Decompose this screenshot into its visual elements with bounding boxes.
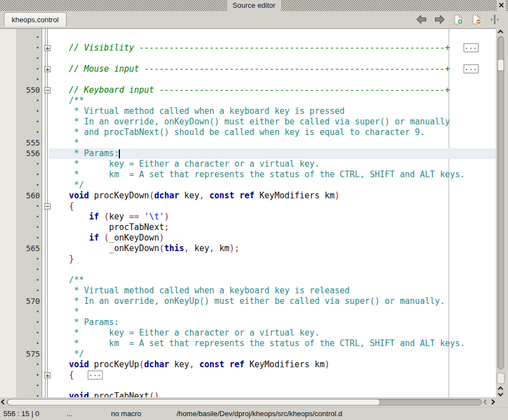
code-token: _onKeyDown bbox=[49, 243, 159, 253]
line-number[interactable]: · bbox=[0, 328, 40, 338]
code-line[interactable]: * key = Either a character or a virtual … bbox=[49, 328, 320, 338]
scroll-right-icon[interactable] bbox=[490, 399, 495, 405]
code-line[interactable]: // Keyboard input ----------------------… bbox=[49, 85, 450, 96]
line-number[interactable]: 556 bbox=[0, 148, 40, 159]
line-number[interactable]: · bbox=[0, 222, 40, 233]
code-line[interactable]: * km = A set that represents the status … bbox=[49, 169, 465, 180]
collapsed-fold-box[interactable]: ... bbox=[464, 64, 479, 73]
code-line[interactable]: { bbox=[49, 370, 74, 381]
code-line[interactable]: */ bbox=[49, 349, 84, 359]
code-line[interactable]: if (_onKeyDown) bbox=[49, 233, 164, 243]
code-line[interactable]: { bbox=[49, 201, 74, 212]
line-number[interactable]: · bbox=[0, 264, 40, 275]
code-line[interactable]: * In an override, onKeyDown() must eithe… bbox=[49, 117, 450, 127]
line-number[interactable]: · bbox=[0, 96, 40, 106]
line-number[interactable]: · bbox=[0, 233, 40, 243]
line-number[interactable]: · bbox=[0, 359, 40, 370]
split-view-icon[interactable] bbox=[489, 14, 500, 24]
code-line[interactable]: */ bbox=[49, 180, 84, 191]
scroll-down-icon[interactable] bbox=[498, 391, 504, 397]
line-number[interactable]: 550 bbox=[0, 85, 40, 96]
code-line[interactable]: } bbox=[49, 254, 74, 264]
line-number[interactable]: · bbox=[0, 381, 40, 391]
line-number[interactable]: · bbox=[0, 106, 40, 117]
horizontal-scrollbar-thumb[interactable] bbox=[7, 399, 380, 406]
code-line[interactable]: procTabNext; bbox=[49, 222, 169, 233]
scroll-left-icon[interactable] bbox=[484, 399, 489, 405]
code-line[interactable]: if (key == '\t') bbox=[49, 212, 169, 222]
collapsed-fold-box[interactable]: ... bbox=[464, 43, 479, 52]
code-line[interactable]: * bbox=[49, 138, 79, 148]
line-number[interactable]: 570 bbox=[0, 296, 40, 307]
line-number[interactable]: · bbox=[0, 117, 40, 127]
code-token: ) bbox=[325, 359, 330, 369]
code-line[interactable]: * key = Either a character or a virtual … bbox=[49, 159, 320, 169]
line-number[interactable]: 565 bbox=[0, 243, 40, 254]
code-line[interactable]: * km = A set that represents the status … bbox=[49, 338, 465, 349]
line-number[interactable]: · bbox=[0, 286, 40, 296]
line-number[interactable]: · bbox=[0, 317, 40, 328]
code-token: { bbox=[69, 201, 74, 211]
code-line[interactable]: /** bbox=[49, 275, 84, 286]
close-icon[interactable]: ✕ bbox=[497, 0, 506, 11]
code-line[interactable]: * In an override, onKeyUp() must either … bbox=[49, 296, 445, 307]
scrollbar-corner bbox=[496, 397, 506, 407]
code-line[interactable]: _onKeyDown(this, key, km); bbox=[49, 243, 239, 254]
line-number[interactable]: · bbox=[0, 212, 40, 222]
line-number[interactable]: · bbox=[0, 338, 40, 349]
vertical-scrollbar-endcap[interactable] bbox=[497, 373, 505, 384]
close-document-icon[interactable] bbox=[471, 14, 482, 24]
code-token: () bbox=[149, 391, 159, 397]
editor-surface[interactable]: ··+ // Visibility ----------------------… bbox=[0, 28, 496, 397]
line-number[interactable]: · bbox=[0, 64, 40, 74]
line-number[interactable]: · bbox=[0, 180, 40, 191]
code-line[interactable]: void procTabNext() bbox=[49, 391, 159, 397]
line-number[interactable]: 560 bbox=[0, 191, 40, 201]
code-line[interactable]: // Visibility --------------------------… bbox=[49, 43, 450, 53]
code-line[interactable]: /** bbox=[49, 96, 84, 106]
tab-kheops-control[interactable]: kheops.control bbox=[4, 12, 67, 27]
new-document-icon[interactable] bbox=[452, 14, 464, 24]
code-line[interactable]: * and procTabNext() should be called whe… bbox=[49, 127, 425, 138]
vertical-scrollbar-track[interactable] bbox=[497, 36, 504, 369]
titlebar[interactable]: Source editor ✕ bbox=[0, 0, 508, 11]
code-token bbox=[139, 212, 144, 222]
code-token: this bbox=[164, 243, 184, 253]
vertical-scrollbar[interactable] bbox=[496, 28, 506, 397]
line-number[interactable]: · bbox=[0, 201, 40, 212]
line-number[interactable]: 555 bbox=[0, 138, 40, 148]
line-number[interactable]: · bbox=[0, 74, 40, 85]
line-number[interactable]: · bbox=[0, 169, 40, 180]
code-line[interactable]: * Virtual method called when a keyboard … bbox=[49, 106, 345, 117]
code-line[interactable]: * Params: bbox=[49, 317, 119, 328]
code-token: ( bbox=[149, 191, 154, 201]
collapsed-fold-box[interactable]: ... bbox=[88, 371, 103, 379]
line-number[interactable]: · bbox=[0, 391, 40, 397]
go-back-icon[interactable] bbox=[416, 14, 427, 24]
line-number[interactable]: · bbox=[0, 127, 40, 138]
line-number[interactable]: · bbox=[0, 43, 40, 53]
line-number[interactable]: · bbox=[0, 370, 40, 381]
code-line[interactable]: * Params: bbox=[49, 148, 119, 159]
code-token: dchar bbox=[154, 191, 179, 201]
line-number[interactable]: · bbox=[0, 32, 40, 43]
scroll-left-icon[interactable] bbox=[1, 399, 7, 405]
line-number[interactable]: · bbox=[0, 53, 40, 64]
code-line[interactable]: * Virtual method called when a keyboard … bbox=[49, 286, 350, 296]
macro-status: no macro bbox=[111, 408, 141, 420]
code-line[interactable]: void procKeyDown(dchar key, const ref Ke… bbox=[49, 191, 340, 201]
vertical-scrollbar-thumb[interactable] bbox=[497, 59, 504, 71]
line-number[interactable]: 575 bbox=[0, 349, 40, 359]
horizontal-scrollbar[interactable] bbox=[0, 397, 496, 407]
code-token: '\t' bbox=[144, 212, 164, 222]
code-line[interactable]: void procKeyUp(dchar key, const ref KeyM… bbox=[49, 359, 330, 370]
line-number[interactable]: · bbox=[0, 159, 40, 169]
code-line[interactable]: * bbox=[49, 307, 79, 317]
code-token: */ bbox=[49, 180, 84, 190]
code-line[interactable]: // Mouse input -------------------------… bbox=[49, 64, 450, 74]
line-number[interactable]: · bbox=[0, 275, 40, 286]
scroll-up-icon[interactable] bbox=[498, 30, 504, 36]
go-forward-icon[interactable] bbox=[434, 14, 445, 24]
line-number[interactable]: · bbox=[0, 307, 40, 317]
line-number[interactable]: · bbox=[0, 254, 40, 264]
